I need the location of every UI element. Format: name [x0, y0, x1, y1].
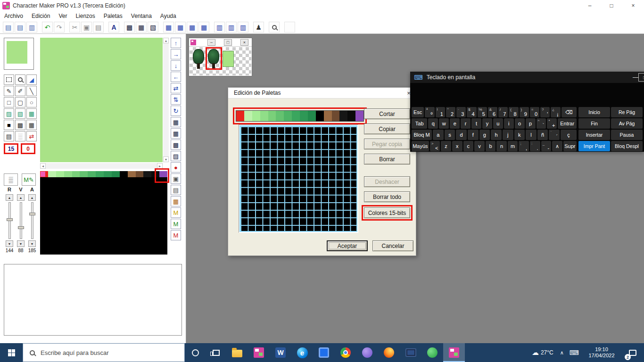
toolbar-new-file-icon[interactable]: ▤	[3, 22, 14, 33]
taskbar-character-maker-active-icon[interactable]	[443, 343, 465, 362]
osk-key-d[interactable]: d	[456, 130, 467, 140]
palette-color-15[interactable]	[355, 111, 363, 121]
palette-color-6[interactable]	[88, 171, 96, 177]
tool-pattern-grid-icon[interactable]: ▦	[26, 120, 37, 130]
menu-ventana[interactable]: Ventana	[127, 11, 156, 21]
cortana-button[interactable]	[185, 343, 206, 362]
palette-color-5[interactable]	[276, 111, 284, 121]
taskbar-file-explorer-icon[interactable]	[226, 343, 248, 362]
palette-color-4[interactable]	[72, 171, 80, 177]
palette-color-4[interactable]	[268, 111, 276, 121]
side-color-marker-icon[interactable]: ●	[171, 162, 181, 173]
sprite-document-window[interactable]: – □ ×	[189, 38, 252, 76]
osk-key-less-than[interactable]: ><	[430, 141, 440, 151]
osk-key-a[interactable]: a	[433, 130, 444, 140]
scroll-left-icon[interactable]: ◂	[40, 163, 46, 169]
osk-titlebar[interactable]: ⌨ Teclado en pantalla — □	[410, 72, 644, 83]
red-slider-thumb[interactable]	[7, 218, 13, 221]
palette-color-12[interactable]	[332, 111, 340, 121]
blue-slider[interactable]	[31, 202, 33, 239]
osk-key-ñ[interactable]: ñ	[537, 130, 548, 140]
canvas-vertical-scrollbar[interactable]: ▴ ▾	[163, 38, 169, 162]
side-anim-frame-red-icon[interactable]: M	[171, 230, 181, 240]
toolbar-undo-icon[interactable]: ↶	[42, 22, 53, 33]
osk-key-7[interactable]: /7	[498, 107, 508, 117]
side-shift-up-icon[interactable]: ↑	[171, 38, 181, 48]
palette-color-1[interactable]	[244, 111, 252, 121]
palette-color-14[interactable]	[151, 171, 159, 177]
osk-key-inverted-exclamation[interactable]: ¿¡	[551, 107, 560, 117]
osk-key-k[interactable]: k	[514, 130, 525, 140]
color-index-primary[interactable]: 15	[4, 143, 18, 154]
toolbar-canvas-size-1-icon[interactable]: ▦	[163, 22, 174, 33]
tool-fill-tool-icon[interactable]: ◢	[26, 74, 37, 85]
start-button[interactable]	[0, 343, 23, 362]
menu-lienzos[interactable]: Lienzos	[71, 11, 99, 21]
palette-color-15[interactable]	[159, 171, 167, 177]
osk-maximize-button[interactable]: □	[638, 73, 644, 82]
palette-color-7[interactable]	[96, 171, 104, 177]
palette-color-11[interactable]	[128, 171, 136, 177]
osk-key-u[interactable]: u	[493, 118, 503, 129]
tool-mask-edit-icon[interactable]: M✎	[22, 173, 36, 186]
osk-key-home[interactable]: Inicio	[578, 107, 610, 117]
palette-color-0[interactable]	[236, 111, 244, 121]
dialog-aceptar-button[interactable]: Aceptar	[327, 240, 368, 251]
osk-key-3[interactable]: ·3	[456, 107, 466, 117]
taskbar-purple-app-icon[interactable]	[356, 343, 378, 362]
tray-keyboard-icon[interactable]: ⌨	[570, 349, 579, 356]
osk-key-cedilla[interactable]: ç	[561, 130, 577, 140]
osk-key-w[interactable]: w	[439, 118, 449, 129]
taskbar-search[interactable]: Escribe aquí para buscar	[23, 343, 185, 362]
close-button[interactable]: ×	[622, 0, 644, 11]
menu-paletas[interactable]: Paletas	[99, 11, 127, 21]
osk-key-y[interactable]: y	[482, 118, 492, 129]
side-frame-grid-1-icon[interactable]: ▦	[171, 117, 181, 127]
side-frame-grid-3-icon[interactable]: ▩	[171, 140, 181, 150]
osk-key-plus[interactable]: *+	[547, 118, 557, 129]
taskbar-edge-icon[interactable]: e	[291, 343, 313, 362]
osk-key-scroll-lock[interactable]: Bloq Despl	[611, 141, 643, 151]
palette-color-6[interactable]	[284, 111, 292, 121]
dialog-borrar-todo-button[interactable]: Borrar tod­o	[364, 191, 410, 202]
tool-ellipse-tool-icon[interactable]: ○	[26, 97, 37, 107]
osk-key-caps-lock[interactable]: Bloq M	[412, 130, 432, 140]
toolbar-canvas-merge-1-icon[interactable]: ▥	[214, 22, 225, 33]
toolbar-sprite-walk-icon[interactable]: ♟	[253, 22, 264, 33]
palette-color-9[interactable]	[112, 171, 120, 177]
scroll-down-icon[interactable]: ▾	[163, 156, 169, 162]
osk-key-8[interactable]: (8	[509, 107, 518, 117]
osk-key-backspace[interactable]: ⌫	[561, 107, 577, 117]
tool-stipple-brush-icon[interactable]: ▒	[4, 173, 18, 186]
osk-key-page-up[interactable]: Re Pág	[611, 107, 643, 117]
osk-key-circumflex[interactable]: ^`	[537, 118, 546, 129]
palette-color-8[interactable]	[300, 111, 308, 121]
palette-color-2[interactable]	[252, 111, 260, 121]
mdi-maximize-button[interactable]: □	[224, 39, 232, 46]
red-spin-up[interactable]: ▲	[6, 194, 13, 201]
osk-key-arrow-up[interactable]: ∧	[552, 141, 562, 151]
palette-color-13[interactable]	[143, 171, 151, 177]
osk-key-s[interactable]: s	[445, 130, 455, 140]
menu-edición[interactable]: Edición	[27, 11, 54, 21]
side-frame-checker-icon[interactable]: ▨	[171, 151, 181, 161]
tool-pattern-dense-icon[interactable]: ▤	[4, 131, 14, 141]
palette-color-7[interactable]	[292, 111, 300, 121]
osk-key-insert[interactable]: Insertar	[578, 130, 610, 140]
canvas-horizontal-scrollbar[interactable]: ◂ ▸	[40, 163, 163, 169]
palette-color-12[interactable]	[136, 171, 144, 177]
tool-pattern-fill-1-icon[interactable]: ▨	[4, 108, 14, 119]
osk-key-p[interactable]: p	[526, 118, 536, 129]
menu-ver[interactable]: Ver	[54, 11, 71, 21]
osk-key-4[interactable]: $4	[467, 107, 476, 117]
osk-key-t[interactable]: t	[471, 118, 481, 129]
side-shift-right-icon[interactable]: →	[171, 49, 181, 59]
tool-fill-black-icon[interactable]: ■	[4, 120, 14, 130]
osk-key-enter[interactable]: Entrar	[558, 118, 577, 129]
osk-key-ordinal[interactable]: ªº	[425, 107, 434, 117]
palette-color-5[interactable]	[80, 171, 88, 177]
osk-key-esc[interactable]: Esc	[412, 107, 424, 117]
osk-key-c[interactable]: c	[463, 141, 474, 151]
osk-key-n[interactable]: n	[496, 141, 507, 151]
toolbar-save-file-icon[interactable]: ▥	[26, 22, 37, 33]
